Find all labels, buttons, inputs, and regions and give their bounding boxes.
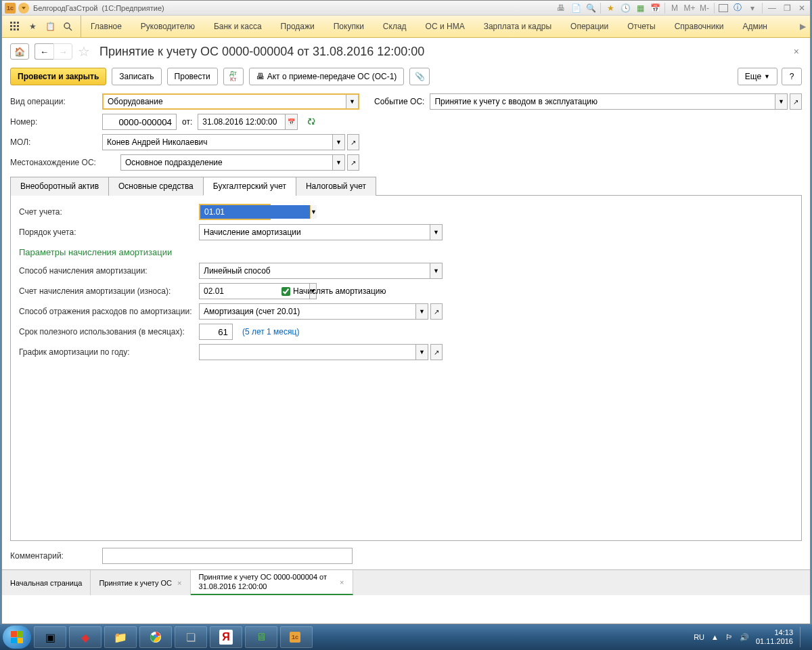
menu-item-operations[interactable]: Операции [561, 16, 618, 37]
forward-button[interactable]: → [53, 43, 72, 60]
post-close-button[interactable]: Провести и закрыть [10, 68, 106, 85]
open-button[interactable]: ↗ [430, 344, 443, 360]
save-button[interactable]: Записать [112, 68, 161, 85]
close-button[interactable]: ✕ [796, 3, 807, 14]
open-button[interactable]: ↗ [430, 303, 443, 320]
number-input[interactable] [102, 114, 177, 130]
maximize-button[interactable]: ❐ [782, 3, 792, 14]
term-input[interactable] [199, 324, 233, 340]
dropdown-button[interactable]: ▼ [333, 134, 345, 150]
order-combo[interactable]: ▼ [199, 224, 443, 240]
graph-input[interactable] [199, 344, 416, 360]
act-button[interactable]: 🖶Акт о приеме-передаче ОС (ОС-1) [249, 68, 405, 85]
menu-item-manager[interactable]: Руководителю [131, 16, 204, 37]
task-1c[interactable]: 1c [280, 626, 313, 648]
task-app1[interactable]: ◆ [69, 626, 102, 648]
star-icon[interactable]: ★ [605, 3, 616, 14]
show-desktop[interactable] [800, 627, 805, 647]
clipboard-icon[interactable]: 📋 [44, 20, 56, 32]
mem-mplus[interactable]: M+ [684, 3, 695, 14]
info-icon[interactable]: ⓘ [732, 3, 743, 14]
calendar-icon[interactable]: 📅 [650, 3, 660, 14]
chevron-down-icon[interactable]: ▾ [747, 3, 758, 14]
open-button[interactable]: ↗ [347, 134, 359, 150]
menu-item-warehouse[interactable]: Склад [374, 16, 416, 37]
menu-item-assets[interactable]: ОС и НМА [416, 16, 474, 37]
help-button[interactable]: ? [782, 68, 802, 85]
open-button[interactable]: ↗ [790, 93, 802, 110]
post-button[interactable]: Провести [167, 68, 218, 85]
home-button[interactable]: 🏠 [10, 43, 29, 60]
location-combo[interactable]: ▼ ↗ [120, 154, 359, 171]
flag-icon[interactable]: 🏳 [725, 633, 733, 641]
print-icon[interactable]: 🖶 [556, 3, 566, 14]
task-monitor[interactable]: 🖥 [245, 626, 277, 648]
order-input[interactable] [199, 224, 430, 240]
depreciate-checkbox-wrap[interactable]: Начислять амортизацию [281, 286, 386, 296]
favorite-icon[interactable]: ☆ [78, 43, 90, 60]
menu-item-directories[interactable]: Справочники [665, 16, 734, 37]
search-icon[interactable]: 🔍 [585, 3, 596, 14]
tab-noncurrent-asset[interactable]: Внеоборотный актив [10, 177, 109, 196]
task-taskview[interactable]: ❏ [175, 626, 207, 648]
mem-mminus[interactable]: M- [699, 3, 710, 14]
more-button[interactable]: Еще ▼ [738, 68, 777, 85]
open-button[interactable]: ↗ [347, 154, 359, 171]
dropdown-button[interactable]: ▼ [430, 263, 443, 279]
dropdown-button[interactable]: ▼ [346, 95, 358, 108]
vid-operacii-combo[interactable]: ▼ [102, 93, 359, 110]
dropdown-button[interactable]: ▼ [333, 154, 345, 171]
dropdown-button[interactable]: ▼ [416, 344, 428, 360]
expense-combo[interactable]: ▼ ↗ [199, 303, 443, 320]
tab-accounting[interactable]: Бухгалтерский учет [203, 177, 296, 196]
task-chrome[interactable] [139, 626, 172, 648]
task-yandex[interactable]: Я [210, 626, 242, 648]
dropdown-button[interactable]: ▼ [310, 205, 317, 219]
task-folder[interactable]: 📁 [104, 626, 137, 648]
location-input[interactable] [120, 154, 333, 171]
event-input[interactable] [430, 93, 775, 110]
volume-icon[interactable]: 🔊 [740, 633, 749, 642]
calc-icon[interactable]: ▦ [635, 3, 646, 14]
depreciate-checkbox[interactable] [281, 287, 290, 296]
minimize-button[interactable]: — [767, 3, 777, 14]
account-combo[interactable]: ▼ [199, 204, 271, 220]
graph-combo[interactable]: ▼ ↗ [199, 344, 443, 360]
close-icon[interactable]: × [340, 578, 344, 586]
menu-item-reports[interactable]: Отчеты [618, 16, 664, 37]
dtkt-button[interactable]: ДтКт [223, 68, 244, 85]
calendar-button[interactable]: 📅 [286, 114, 298, 130]
dropdown-icon[interactable] [18, 3, 29, 14]
apps-icon[interactable] [9, 20, 21, 32]
menu-scroll-right[interactable]: ▶ [796, 22, 810, 31]
history-icon[interactable]: 🕓 [620, 3, 631, 14]
btab-doc-list[interactable]: Принятие к учету ОС× [91, 570, 190, 595]
search-icon[interactable] [62, 20, 74, 32]
refresh-icon[interactable]: 🗘 [307, 117, 315, 127]
date-combo[interactable]: 📅 [198, 114, 298, 130]
btab-current-doc[interactable]: Принятие к учету ОС 0000-000004 от 31.08… [191, 570, 353, 595]
tab-tax-accounting[interactable]: Налоговый учет [296, 177, 376, 196]
close-tab-button[interactable]: × [791, 43, 802, 60]
comment-input[interactable] [102, 548, 353, 564]
mol-input[interactable] [102, 134, 333, 150]
method-input[interactable] [199, 263, 430, 279]
menu-item-main[interactable]: Главное [81, 16, 131, 37]
start-button[interactable] [3, 626, 31, 649]
event-combo[interactable]: ▼ ↗ [430, 93, 802, 110]
account-input[interactable] [200, 205, 310, 219]
task-explorer[interactable]: ▣ [34, 626, 66, 648]
btab-startpage[interactable]: Начальная страница [2, 570, 91, 595]
lang-indicator[interactable]: RU [694, 633, 704, 641]
menu-item-admin[interactable]: Админ [733, 16, 777, 37]
tray-up-icon[interactable]: ▲ [711, 633, 719, 641]
doc-icon[interactable]: 📄 [570, 3, 581, 14]
panel-icon[interactable] [719, 4, 728, 12]
close-icon[interactable]: × [177, 579, 181, 587]
dropdown-button[interactable]: ▼ [775, 93, 788, 110]
dropdown-button[interactable]: ▼ [430, 224, 443, 240]
menu-item-bank[interactable]: Банк и касса [204, 16, 271, 37]
method-combo[interactable]: ▼ [199, 263, 443, 279]
dropdown-button[interactable]: ▼ [416, 303, 428, 320]
back-button[interactable]: ← [35, 43, 53, 60]
